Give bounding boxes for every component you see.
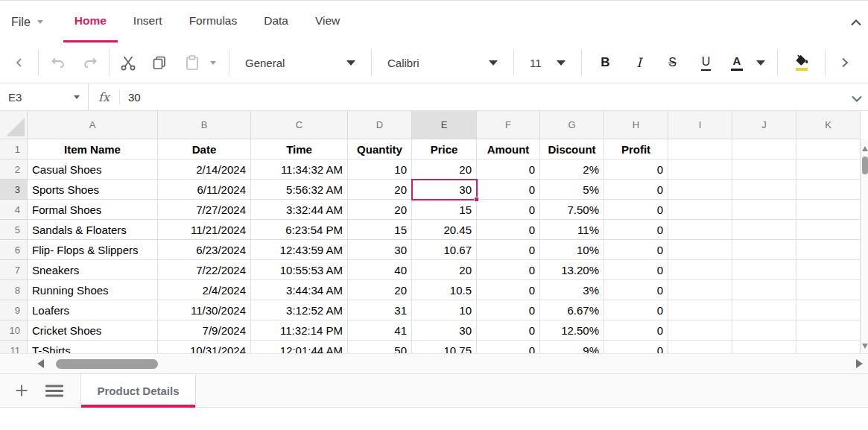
cell-E11[interactable]: 10.75 [412, 341, 477, 353]
tab-formulas[interactable]: Formulas [178, 1, 249, 42]
cell-E4[interactable]: 15 [412, 200, 477, 220]
cell-A6[interactable]: Flip- Flops & Slippers [28, 240, 158, 260]
cell-I7[interactable] [668, 260, 732, 280]
number-format-dropdown[interactable]: General [236, 48, 364, 77]
cell-K3[interactable] [796, 180, 861, 200]
cell-F4[interactable]: 0 [477, 200, 540, 220]
scroll-right-arrow[interactable] [856, 359, 863, 368]
font-color-options-button[interactable] [751, 48, 770, 77]
cell-G10[interactable]: 12.50% [540, 320, 604, 341]
paste-button[interactable] [180, 48, 204, 77]
cell-I9[interactable] [668, 300, 732, 320]
cell-F7[interactable]: 0 [477, 260, 540, 280]
cell-I8[interactable] [668, 280, 732, 300]
file-menu[interactable]: File [11, 1, 43, 42]
cell-J9[interactable] [732, 300, 796, 320]
cell-E7[interactable]: 20 [412, 260, 477, 280]
cell-G9[interactable]: 6.67% [540, 300, 604, 320]
row-header-10[interactable]: 10 [0, 320, 28, 341]
cell-J6[interactable] [732, 240, 796, 260]
column-header-d[interactable]: D [348, 111, 412, 139]
column-header-c[interactable]: C [251, 111, 348, 139]
tab-home[interactable]: Home [63, 1, 118, 42]
font-size-dropdown[interactable]: 11 [521, 48, 574, 77]
cell-B8[interactable]: 2/4/2024 [158, 280, 251, 300]
cell-G4[interactable]: 7.50% [540, 200, 604, 220]
cell-G11[interactable]: 9% [540, 341, 604, 353]
cell-H9[interactable]: 0 [604, 300, 668, 320]
cell-D5[interactable]: 15 [348, 220, 412, 240]
cell-H3[interactable]: 0 [604, 180, 668, 200]
cell-H10[interactable]: 0 [604, 320, 668, 341]
row-header-4[interactable]: 4 [0, 200, 28, 220]
tab-view[interactable]: View [304, 1, 351, 42]
column-header-h[interactable]: H [604, 111, 668, 139]
toolbar-prev-button[interactable] [7, 48, 31, 77]
cell-A11[interactable]: T-Shirts [28, 341, 158, 353]
cut-button[interactable] [116, 48, 140, 77]
font-name-dropdown[interactable]: Calibri [378, 48, 507, 77]
column-header-j[interactable]: J [732, 111, 796, 139]
cell-D6[interactable]: 30 [348, 240, 412, 260]
cell-B7[interactable]: 7/22/2024 [158, 260, 251, 280]
cell-D11[interactable]: 50 [348, 341, 412, 353]
cell-E1[interactable]: Price [412, 139, 477, 159]
cell-C7[interactable]: 10:55:53 AM [251, 260, 348, 280]
cell-F5[interactable]: 0 [477, 220, 540, 240]
cell-C3[interactable]: 5:56:32 AM [251, 180, 348, 200]
cell-J3[interactable] [732, 180, 796, 200]
cell-G2[interactable]: 2% [540, 159, 604, 180]
cell-J2[interactable] [732, 159, 796, 180]
cell-K6[interactable] [796, 240, 861, 260]
cell-F2[interactable]: 0 [477, 159, 540, 180]
cell-C1[interactable]: Time [251, 139, 348, 159]
italic-button[interactable]: I [622, 48, 656, 77]
list-sheets-button[interactable] [43, 376, 66, 405]
row-header-11[interactable]: 11 [0, 341, 28, 353]
cell-K4[interactable] [796, 200, 861, 220]
cell-K8[interactable] [796, 280, 861, 300]
vertical-scroll-thumb[interactable] [862, 156, 868, 174]
cell-J4[interactable] [732, 200, 796, 220]
cell-C9[interactable]: 3:12:52 AM [251, 300, 348, 320]
cell-K10[interactable] [796, 320, 861, 341]
cell-B1[interactable]: Date [158, 139, 251, 159]
font-color-button[interactable]: A [723, 48, 751, 77]
cell-D10[interactable]: 41 [348, 320, 412, 341]
cell-H6[interactable]: 0 [604, 240, 668, 260]
cell-I2[interactable] [668, 159, 732, 180]
cell-J1[interactable] [732, 139, 796, 159]
cell-B4[interactable]: 7/27/2024 [158, 200, 251, 220]
column-header-k[interactable]: K [796, 111, 861, 139]
cell-K7[interactable] [796, 260, 861, 280]
cell-B10[interactable]: 7/9/2024 [158, 320, 251, 341]
cell-G6[interactable]: 10% [540, 240, 604, 260]
cell-K5[interactable] [796, 220, 861, 240]
cell-E8[interactable]: 10.5 [412, 280, 477, 300]
column-header-a[interactable]: A [28, 111, 158, 139]
cell-G7[interactable]: 13.20% [540, 260, 604, 280]
cell-G3[interactable]: 5% [540, 180, 604, 200]
bold-button[interactable]: B [589, 48, 622, 77]
cell-F11[interactable]: 0 [477, 341, 540, 353]
cell-A8[interactable]: Running Shoes [28, 280, 158, 300]
collapse-ribbon-button[interactable] [849, 16, 863, 30]
cell-F9[interactable]: 0 [477, 300, 540, 320]
cell-C5[interactable]: 6:23:54 PM [251, 220, 348, 240]
cell-D9[interactable]: 31 [348, 300, 412, 320]
tab-data[interactable]: Data [253, 1, 300, 42]
cell-K1[interactable] [796, 139, 861, 159]
cell-J10[interactable] [732, 320, 796, 341]
cell-F3[interactable]: 0 [477, 180, 540, 200]
copy-button[interactable] [148, 48, 171, 77]
cell-C10[interactable]: 11:32:14 PM [251, 320, 348, 341]
cell-A5[interactable]: Sandals & Floaters [28, 220, 158, 240]
cell-K9[interactable] [796, 300, 861, 320]
row-header-6[interactable]: 6 [0, 240, 28, 260]
cell-B9[interactable]: 11/30/2024 [158, 300, 251, 320]
cell-A7[interactable]: Sneakers [28, 260, 158, 280]
horizontal-scroll-thumb[interactable] [56, 359, 158, 369]
scroll-left-arrow[interactable] [37, 359, 44, 368]
column-header-g[interactable]: G [540, 111, 604, 139]
cell-H11[interactable]: 0 [604, 341, 668, 353]
